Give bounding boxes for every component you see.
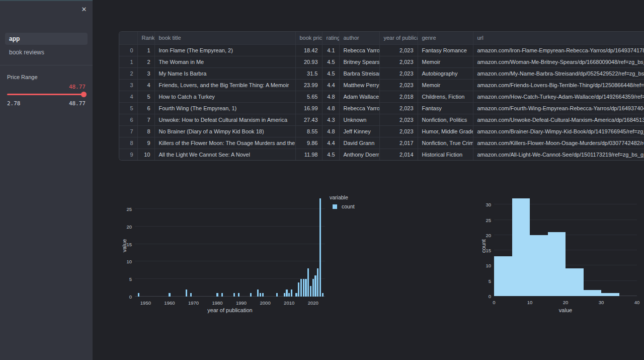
gridline bbox=[135, 261, 325, 261]
y-tick-label: 5 bbox=[119, 276, 132, 282]
x-tick-label: 1960 bbox=[158, 300, 181, 306]
cell-genre: Historical Fiction bbox=[418, 149, 473, 160]
gridline bbox=[135, 208, 325, 209]
bar-2015 bbox=[300, 279, 302, 297]
legend-title: variable bbox=[330, 194, 355, 200]
cell-book-price: 18.42 bbox=[295, 44, 322, 56]
bar-1987 bbox=[233, 293, 235, 297]
table-row: 45How to Catch a Turkey5.654.8Adam Walla… bbox=[119, 91, 644, 102]
cell-rank: 3 bbox=[137, 67, 154, 79]
cell-index: 0 bbox=[119, 44, 137, 56]
cell-rating: 4.8 bbox=[322, 102, 339, 114]
column-header-year-of-publication: year of publication bbox=[379, 32, 418, 44]
bar-2018 bbox=[307, 268, 309, 297]
cell-rating: 4.1 bbox=[322, 44, 339, 56]
close-sidebar-button[interactable]: ✕ bbox=[79, 5, 89, 15]
y-tick-label: 20 bbox=[478, 233, 491, 238]
sidebar-item-app[interactable]: app bbox=[5, 33, 88, 45]
cell-index: 6 bbox=[119, 114, 137, 125]
cell-index: 8 bbox=[119, 137, 137, 149]
cell-book-price: 16.99 bbox=[295, 102, 322, 114]
cell-index: 3 bbox=[119, 79, 137, 91]
x-tick-label: 2010 bbox=[278, 300, 300, 306]
cell-book-title: The Woman in Me bbox=[154, 56, 295, 67]
cell-book-title: No Brainer (Diary of a Wimpy Kid Book 18… bbox=[154, 125, 295, 137]
cell-rating: 4.5 bbox=[322, 149, 339, 160]
cell-rank: 1 bbox=[137, 44, 154, 56]
value-histogram-plot[interactable] bbox=[494, 194, 637, 296]
x-tick-label: 2020 bbox=[302, 300, 324, 306]
cell-book-price: 20.93 bbox=[295, 56, 322, 67]
cell-year-of-publication: 2,018 bbox=[379, 91, 418, 102]
bar-2021 bbox=[314, 275, 316, 297]
cell-book-price: 27.43 bbox=[295, 114, 322, 125]
x-tick-label: 10 bbox=[519, 300, 541, 305]
table-row: 12The Woman in Me20.934.5Britney Spears2… bbox=[119, 56, 644, 67]
bar-1999 bbox=[262, 293, 264, 297]
cell-url: amazon.com/Friends-Lovers-Big-Terrible-T… bbox=[473, 79, 644, 91]
hist-bin-0-5 bbox=[494, 256, 512, 296]
value-histogram-chart: count value 051015202530010203040 bbox=[473, 191, 644, 316]
close-icon: ✕ bbox=[82, 6, 87, 13]
y-tick-label: 5 bbox=[478, 278, 491, 284]
bar-2014 bbox=[298, 282, 299, 297]
bar-2016 bbox=[303, 279, 304, 297]
bar-2013 bbox=[295, 293, 297, 297]
cell-book-price: 23.99 bbox=[295, 79, 322, 91]
bar-2008 bbox=[284, 293, 285, 297]
table-row: 89Killers of the Flower Moon: The Osage … bbox=[119, 137, 644, 149]
x-axis-title: value bbox=[515, 307, 616, 313]
bar-1997 bbox=[257, 290, 259, 297]
year-histogram-plot[interactable] bbox=[135, 194, 325, 297]
table-row: 23My Name Is Barbra31.54.5Barbra Streisa… bbox=[119, 67, 644, 79]
bar-1994 bbox=[250, 293, 252, 297]
cell-index: 7 bbox=[119, 125, 137, 137]
slider-track[interactable] bbox=[7, 94, 86, 95]
cell-index: 4 bbox=[119, 91, 137, 102]
column-header-author: author bbox=[339, 32, 379, 44]
y-tick-label: 25 bbox=[119, 206, 132, 212]
cell-genre: Childrens, Fiction bbox=[418, 91, 473, 102]
hist-bin-5-10 bbox=[512, 198, 530, 296]
y-tick-label: 25 bbox=[478, 218, 491, 223]
cell-author: Unknown bbox=[339, 114, 379, 125]
legend-entry-label: count bbox=[342, 203, 355, 209]
sidebar-divider bbox=[0, 65, 93, 65]
table-row: 78No Brainer (Diary of a Wimpy Kid Book … bbox=[119, 125, 644, 137]
x-tick-label: 30 bbox=[590, 300, 612, 305]
cell-book-title: Iron Flame (The Empyrean, 2) bbox=[154, 44, 295, 56]
cell-url: amazon.com/Unwoke-Defeat-Cultural-Marxis… bbox=[473, 114, 644, 125]
table-row: 56Fourth Wing (The Empyrean, 1)16.994.8R… bbox=[119, 102, 644, 114]
table-row: 910All the Light We Cannot See: A Novel1… bbox=[119, 149, 644, 160]
y-tick-label: 0 bbox=[119, 294, 132, 300]
cell-author: Anthony Doerr bbox=[339, 149, 379, 160]
cell-index: 1 bbox=[119, 56, 137, 67]
price-range-slider[interactable] bbox=[7, 91, 86, 97]
legend-swatch bbox=[333, 204, 337, 209]
table-row: 34Friends, Lovers, and the Big Terrible … bbox=[119, 79, 644, 91]
hist-bin-20-25 bbox=[566, 268, 584, 296]
bar-2009 bbox=[286, 290, 287, 297]
cell-index: 5 bbox=[119, 102, 137, 114]
hist-bin-15-20 bbox=[548, 232, 566, 296]
cell-genre: Autobiography bbox=[418, 67, 473, 79]
cell-author: Adam Wallace bbox=[339, 91, 379, 102]
cell-rating: 4.5 bbox=[322, 67, 339, 79]
bar-1960 bbox=[169, 293, 170, 297]
cell-rating: 4.4 bbox=[322, 79, 339, 91]
cell-rank: 10 bbox=[137, 149, 154, 160]
bar-2020 bbox=[312, 279, 314, 297]
x-tick-label: 1950 bbox=[134, 300, 156, 306]
cell-book-title: Fourth Wing (The Empyrean, 1) bbox=[154, 102, 295, 114]
cell-year-of-publication: 2,023 bbox=[379, 114, 418, 125]
books-table-grid: Rankbook titlebook priceratingauthoryear… bbox=[119, 32, 644, 160]
cell-genre: Fantasy bbox=[418, 102, 473, 114]
slider-handle[interactable] bbox=[81, 92, 87, 97]
cell-url: amazon.com/Killers-Flower-Moon-Osage-Mur… bbox=[473, 137, 644, 149]
sidebar-item-book-reviews[interactable]: book reviews bbox=[5, 45, 88, 58]
cell-year-of-publication: 2,023 bbox=[379, 44, 418, 56]
gridline bbox=[135, 226, 325, 227]
cell-author: Britney Spears bbox=[339, 56, 379, 67]
hist-bin-30-35 bbox=[601, 293, 619, 296]
legend-entry-count[interactable]: count bbox=[330, 203, 355, 209]
